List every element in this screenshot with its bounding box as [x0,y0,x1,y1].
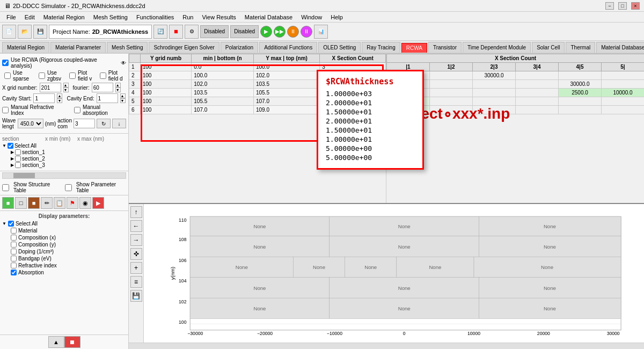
menu-mesh-setting[interactable]: Mesh Setting [89,13,132,21]
plot-field-d-checkbox[interactable] [100,72,106,79]
tab-time-dependent[interactable]: Time Dependent Module [463,42,531,53]
save-button[interactable]: 💾 [33,25,47,39]
section-3-checkbox[interactable] [15,162,21,168]
menu-run[interactable]: Run [178,13,197,21]
section-2-checkbox[interactable] [15,156,21,162]
param-bandgap-checkbox[interactable] [11,256,17,261]
param-comp-x-checkbox[interactable] [11,235,17,241]
tab-mesh-setting[interactable]: Mesh Setting [107,42,148,53]
project-label: Project Name: [53,28,90,35]
flag-icon-btn[interactable]: ⚑ [67,197,78,209]
collapse-btn[interactable]: ▲ [48,336,64,348]
run-btn-3[interactable]: ⏸ [287,26,299,38]
section-1-checkbox[interactable] [15,149,21,155]
tab-material-db[interactable]: Material Database [596,42,644,53]
manual-ri-checkbox[interactable] [2,107,9,113]
param-ri-checkbox[interactable] [11,263,17,268]
bottom-h-scrollbar[interactable] [129,343,644,349]
minimize-button[interactable]: − [605,2,614,10]
nav-zoom-btn[interactable]: + [130,262,142,274]
tab-rcwa[interactable]: RCWA [401,43,427,54]
use-rcwa-checkbox[interactable] [2,60,9,66]
tab-thermal[interactable]: Thermal [566,42,595,53]
close-button[interactable]: × [631,2,640,10]
menu-edit[interactable]: Edit [20,13,39,21]
param-absorption-label: Absorption [18,270,44,275]
menu-help[interactable]: Help [326,13,347,21]
menu-file[interactable]: File [2,13,20,21]
white-square-icon-btn[interactable]: □ [15,197,27,209]
param-material-checkbox[interactable] [11,228,17,234]
tab-ray-tracing[interactable]: Ray Tracing [362,42,400,53]
tab-solar-cell[interactable]: Solar Cell [532,42,565,53]
action-com-input[interactable] [74,119,95,128]
nav-right-btn[interactable]: → [130,234,142,246]
show-parameter-table-checkbox[interactable] [65,184,72,191]
run-btn-1[interactable]: ▶ [260,26,272,38]
play-icon-btn[interactable]: ▶ [92,197,104,209]
fourier-spinner[interactable]: ▲ ▼ [115,83,121,92]
x-grid-input[interactable] [40,83,61,92]
menu-material-database[interactable]: Material Database [240,13,297,21]
config-button[interactable]: ⚙ [185,25,199,39]
maximize-button[interactable]: □ [618,2,627,10]
h-scrollbar[interactable] [2,172,126,179]
nav-left-btn[interactable]: ← [130,220,142,232]
show-structure-table-label: Show Structure Table [13,181,61,193]
nav-up-btn[interactable]: ↑ [130,206,142,218]
tab-polarization[interactable]: Polarization [221,42,258,53]
tab-schrodinger[interactable]: Schrodinger Eigen Solver [149,42,219,53]
download-button[interactable]: ↓ [112,119,126,128]
green-square-icon-btn[interactable]: ■ [2,197,14,209]
nav-center-btn[interactable]: ✜ [130,248,142,260]
tab-additional[interactable]: Additional Functions [259,42,317,53]
show-structure-table-checkbox[interactable] [2,184,9,191]
tab-material-region[interactable]: Material Region [2,42,49,53]
nav-settings-btn[interactable]: ≡ [130,276,142,288]
run-btn-4[interactable]: ⏸ [301,26,312,38]
nav-save-btn[interactable]: 💾 [130,290,142,302]
tab-transistor[interactable]: Transistor [428,42,462,53]
h-scrollbar-thumb[interactable] [13,173,35,178]
brown-square-icon-btn[interactable]: ■ [28,197,40,209]
circle-icon-btn[interactable]: ◉ [79,197,91,209]
edit-icon-btn[interactable]: ✏ [41,197,53,209]
section-select-all-row[interactable]: ▼ Select All [2,143,126,149]
x-col-12: 1|2 [430,63,473,71]
stop-button[interactable]: ⏹ [169,25,183,39]
svg-text:−30000: −30000 [187,331,203,336]
copy-icon-btn[interactable]: 📋 [54,197,65,209]
open-button[interactable]: 📂 [18,25,32,39]
chart-button[interactable]: 📊 [314,25,328,39]
stop-btn[interactable]: ⏹ [64,336,80,348]
cavity-end-spinner[interactable]: ▲ ▼ [120,93,126,103]
tab-oled[interactable]: OLED Setting [318,42,361,53]
manual-ri-label: Manual Refractive Index [11,104,68,116]
cavity-end-input[interactable] [97,93,118,103]
cavity-start-input[interactable] [33,93,55,103]
manual-abs-checkbox[interactable] [74,107,80,113]
fourier-input[interactable] [92,83,113,92]
cavity-start-spinner[interactable]: ▲ ▼ [57,93,62,103]
menu-functionalities[interactable]: Functionalities [132,13,178,21]
menu-material-region[interactable]: Material Region [39,13,89,21]
param-doping-checkbox[interactable] [11,249,17,255]
param-absorption-checkbox[interactable] [11,270,17,275]
menu-view-results[interactable]: View Results [197,13,240,21]
refresh-button[interactable]: 🔄 [153,25,167,39]
wavelength-select[interactable]: 450.0 [18,119,43,128]
use-sparse-checkbox[interactable] [4,72,11,79]
x-grid-spinner[interactable]: ▲ ▼ [63,83,69,92]
menu-window[interactable]: Window [297,13,326,21]
use-zgbsv-checkbox[interactable] [39,72,45,79]
new-button[interactable]: 📄 [2,25,16,39]
plot-field-v-checkbox[interactable] [69,72,76,79]
tree-chevron[interactable]: ▼ [2,143,6,148]
run-btn-2[interactable]: ▶▶ [274,26,286,38]
section-select-all-checkbox[interactable] [8,143,13,149]
param-select-all-checkbox[interactable] [8,221,14,227]
refresh-wave-button[interactable]: ↻ [97,119,111,128]
param-comp-y-checkbox[interactable] [11,242,17,248]
eye-icon[interactable]: 👁 [121,60,126,66]
tab-material-parameter[interactable]: Material Parameter [50,42,106,53]
